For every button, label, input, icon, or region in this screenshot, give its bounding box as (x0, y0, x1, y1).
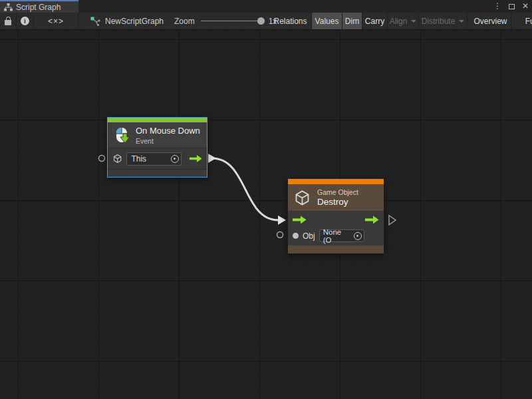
obj-port-dot[interactable] (293, 233, 299, 239)
toolbar-buttons: Relations Values Dim Carry Align Distrib… (269, 13, 532, 29)
node-on-mouse-down[interactable]: On Mouse Down Event This (107, 117, 207, 178)
destroy-accent-bar (288, 179, 384, 184)
destroy-flow-input-arrow[interactable] (293, 215, 307, 224)
fullscreen-button[interactable]: Full S (511, 13, 532, 29)
tab-script-graph[interactable]: Script Graph (0, 0, 78, 13)
destroy-obj-row: Obj None (O (288, 228, 384, 245)
values-label: Values (315, 17, 339, 26)
zoom-label: Zoom (174, 17, 195, 26)
dim-button[interactable]: Dim (342, 13, 362, 29)
destroy-obj-port[interactable] (277, 232, 283, 238)
destroy-output-port[interactable] (389, 215, 396, 225)
cube-icon (293, 189, 311, 207)
destroy-node-title: Destroy (317, 197, 358, 207)
menu-icon[interactable]: ⋮ (493, 0, 501, 13)
zoom-slider[interactable] (201, 21, 263, 21)
chevron-down-icon (459, 20, 464, 23)
event-input-port[interactable] (99, 156, 105, 162)
wire-layer (0, 30, 532, 399)
overview-label: Overview (473, 17, 507, 26)
event-trigger-output-arrow[interactable] (190, 154, 202, 163)
object-picker-icon[interactable] (171, 155, 179, 163)
destroy-node-category: Game Object (317, 188, 358, 196)
zoom-slider-handle[interactable] (257, 17, 265, 25)
title-bar: Script Graph ⋮ ✕ (0, 0, 532, 13)
lock-button[interactable] (0, 13, 17, 29)
lock-icon (5, 20, 11, 25)
window-controls: ⋮ ✕ (493, 0, 529, 13)
event-node-header: On Mouse Down Event (108, 122, 207, 148)
carry-label: Carry (365, 17, 384, 26)
relations-button[interactable]: Relations (269, 13, 312, 29)
chevron-down-icon (411, 20, 416, 23)
graph-icon (90, 17, 100, 26)
obj-value-field[interactable]: None (O (319, 229, 364, 242)
mouse-down-icon (113, 126, 130, 144)
distribute-button[interactable]: Distribute (419, 13, 467, 29)
tab-title: Script Graph (16, 3, 61, 12)
info-button[interactable]: i (17, 13, 34, 29)
edit-code-button[interactable]: <×> (34, 13, 78, 29)
wire-start-arrow (208, 154, 216, 163)
event-node-title: On Mouse Down (136, 126, 200, 136)
obj-value-text: None (O (323, 228, 352, 244)
relations-label: Relations (273, 17, 307, 26)
code-icon: <×> (48, 17, 64, 26)
destroy-node-header: Game Object Destroy (288, 184, 384, 211)
target-value-text: This (131, 154, 146, 164)
carry-button[interactable]: Carry (362, 13, 388, 29)
target-value-field[interactable]: This (126, 152, 182, 166)
dim-label: Dim (345, 17, 359, 26)
distribute-label: Distribute (422, 17, 456, 26)
wire-end-arrow (278, 215, 286, 225)
destroy-flow-row (288, 211, 384, 228)
node-destroy[interactable]: Game Object Destroy Obj None (O (287, 178, 384, 254)
connection-wire[interactable] (212, 158, 278, 220)
cube-icon (112, 153, 122, 164)
values-button[interactable]: Values (312, 13, 342, 29)
graph-breadcrumb[interactable]: NewScriptGraph (90, 13, 164, 29)
graph-name: NewScriptGraph (105, 17, 164, 26)
object-picker-icon[interactable] (354, 232, 362, 240)
obj-param-label: Obj (303, 231, 315, 241)
event-node-body: This (108, 148, 207, 169)
event-node-footer (108, 169, 207, 177)
graph-toolbar: i <×> NewScriptGraph Zoom 1x Relations V… (0, 13, 532, 30)
destroy-flow-output-arrow[interactable] (365, 215, 379, 224)
close-icon[interactable]: ✕ (522, 0, 529, 13)
event-accent-bar (108, 118, 207, 122)
fullscreen-label: Full S (525, 17, 532, 26)
maximize-icon[interactable] (509, 4, 515, 9)
hierarchy-icon (4, 3, 13, 11)
graph-canvas[interactable]: On Mouse Down Event This (0, 30, 532, 399)
align-label: Align (390, 17, 408, 26)
overview-button[interactable]: Overview (470, 13, 511, 29)
info-icon: i (21, 17, 29, 25)
destroy-node-footer (288, 245, 384, 253)
align-button[interactable]: Align (388, 13, 419, 29)
zoom-control: Zoom 1x (174, 13, 277, 29)
event-node-subtitle: Event (136, 137, 200, 145)
